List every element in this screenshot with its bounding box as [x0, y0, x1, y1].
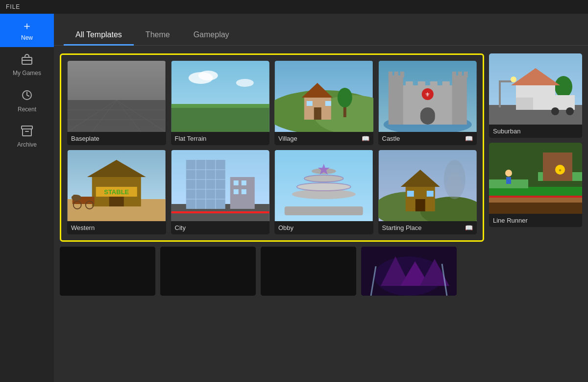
template-card-flat-terrain[interactable]: Flat Terrain — [171, 61, 270, 145]
bottom-card-3[interactable] — [261, 247, 356, 296]
svg-point-19 — [236, 79, 253, 87]
svg-rect-39 — [420, 107, 435, 125]
svg-rect-77 — [233, 180, 238, 185]
card-name-city: City — [175, 224, 186, 231]
card-footer-castle: Castle 📖 — [378, 132, 477, 145]
card-footer-flat-terrain: Flat Terrain — [171, 132, 270, 145]
svg-text:●: ● — [559, 167, 562, 173]
card-footer-line-runner: Line Runner — [489, 214, 582, 227]
card-footer-starting-place: Starting Place 📖 — [378, 221, 477, 234]
svg-rect-15 — [171, 105, 269, 132]
svg-rect-127 — [261, 247, 356, 296]
svg-rect-78 — [241, 180, 246, 185]
book-icon-village: 📖 — [362, 135, 369, 142]
selection-box: Baseplate — [60, 53, 484, 242]
template-card-line-runner[interactable]: ● Line Runner — [489, 143, 582, 227]
file-label: FILE — [6, 3, 20, 10]
svg-rect-82 — [285, 206, 363, 215]
card-footer-obby: Obby — [274, 221, 373, 234]
card-name-castle: Castle — [382, 135, 400, 142]
svg-rect-124 — [506, 177, 511, 184]
svg-rect-109 — [516, 98, 533, 110]
svg-rect-25 — [314, 107, 321, 120]
book-icon-starting-place: 📖 — [465, 224, 473, 231]
template-card-castle[interactable]: ⚜ Castle — [378, 61, 477, 145]
svg-rect-45 — [394, 72, 398, 77]
tab-all-templates[interactable]: All Templates — [64, 25, 134, 46]
svg-rect-36 — [430, 81, 437, 89]
clock-icon — [21, 89, 33, 103]
book-icon-castle: 📖 — [465, 135, 473, 142]
template-card-starting-place[interactable]: Starting Place 📖 — [378, 150, 477, 234]
bottom-card-1[interactable] — [60, 247, 155, 296]
card-name-western: Western — [71, 224, 95, 231]
tab-bar: All Templates Theme Gameplay — [54, 14, 588, 46]
card-name-line-runner: Line Runner — [493, 217, 528, 224]
svg-rect-56 — [109, 197, 124, 206]
sidebar-item-label-my-games: My Games — [13, 70, 41, 76]
sidebar: ＋ New My Games Recent — [0, 14, 54, 382]
svg-rect-27 — [325, 101, 331, 106]
svg-rect-44 — [388, 72, 392, 77]
svg-point-112 — [566, 107, 574, 115]
svg-text:⚜: ⚜ — [425, 91, 430, 98]
svg-rect-95 — [415, 199, 425, 211]
archive-icon — [21, 126, 33, 138]
sidebar-item-archive[interactable]: Archive — [0, 119, 54, 154]
template-card-village[interactable]: Village 📖 — [274, 61, 373, 145]
template-card-western[interactable]: STABLE Wes — [67, 150, 166, 234]
svg-point-104 — [511, 76, 516, 82]
svg-rect-126 — [160, 247, 256, 296]
sidebar-item-label-archive: Archive — [17, 141, 37, 148]
sidebar-item-new[interactable]: ＋ New — [0, 14, 54, 47]
card-footer-baseplate: Baseplate — [67, 132, 166, 145]
template-card-suburban[interactable]: Suburban — [489, 53, 582, 138]
main-layout: ＋ New My Games Recent — [0, 14, 588, 382]
svg-point-99 — [447, 172, 462, 197]
content-area: All Templates Theme Gameplay — [54, 14, 588, 382]
template-card-city[interactable]: STOP — [171, 150, 270, 234]
svg-rect-97 — [426, 191, 433, 197]
svg-point-111 — [551, 107, 559, 115]
svg-point-123 — [505, 170, 512, 177]
svg-point-29 — [338, 88, 352, 107]
svg-rect-43 — [452, 76, 466, 125]
card-name-village: Village — [278, 135, 297, 142]
card-name-baseplate: Baseplate — [71, 135, 99, 142]
svg-text:STABLE: STABLE — [104, 188, 129, 196]
bottom-card-2[interactable] — [160, 247, 256, 296]
svg-rect-26 — [307, 101, 313, 106]
svg-rect-34 — [405, 81, 413, 89]
sidebar-item-label-recent: Recent — [18, 106, 36, 113]
sidebar-item-my-games[interactable]: My Games — [0, 47, 54, 82]
svg-rect-80 — [241, 189, 246, 194]
template-card-baseplate[interactable]: Baseplate — [67, 61, 166, 145]
svg-rect-79 — [233, 189, 238, 194]
card-name-starting-place: Starting Place — [382, 224, 422, 231]
card-name-suburban: Suburban — [493, 127, 520, 135]
svg-rect-125 — [60, 247, 155, 296]
card-footer-suburban: Suburban — [489, 125, 582, 138]
sidebar-item-label-new: New — [21, 34, 33, 41]
svg-rect-47 — [452, 72, 456, 77]
template-card-obby[interactable]: Obby — [274, 150, 373, 234]
bottom-card-4[interactable] — [361, 247, 457, 296]
svg-rect-64 — [171, 211, 269, 213]
plus-icon: ＋ — [22, 21, 32, 31]
svg-rect-61 — [74, 195, 76, 201]
tab-gameplay[interactable]: Gameplay — [182, 25, 241, 46]
card-footer-city: City — [171, 221, 270, 234]
svg-rect-49 — [464, 72, 467, 77]
card-name-flat-terrain: Flat Terrain — [175, 135, 207, 142]
briefcase-icon — [21, 54, 33, 67]
svg-rect-16 — [171, 104, 269, 108]
card-footer-village: Village 📖 — [274, 132, 373, 145]
card-footer-western: Western — [67, 221, 166, 234]
tab-theme[interactable]: Theme — [134, 25, 182, 46]
svg-rect-117 — [489, 196, 582, 198]
svg-rect-4 — [23, 129, 31, 136]
sidebar-item-recent[interactable]: Recent — [0, 82, 54, 119]
svg-rect-37 — [442, 81, 449, 89]
svg-point-60 — [72, 195, 81, 201]
svg-rect-48 — [458, 72, 462, 77]
